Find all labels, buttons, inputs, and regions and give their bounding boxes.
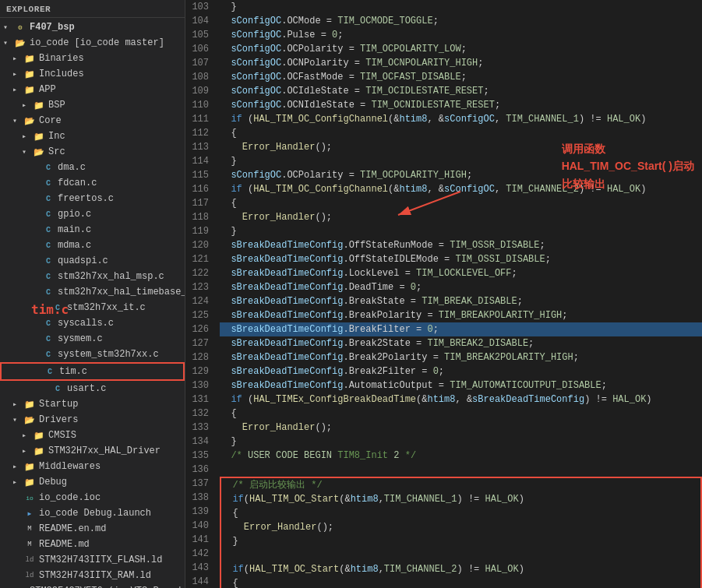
sidebar-label: stm32h7xx_it.c [67, 302, 146, 313]
c-file-icon [42, 192, 55, 205]
sidebar-item-hal-it[interactable]: stm32h7xx_it.c [0, 300, 185, 315]
code-editor: 调用函数HAL_TIM_OC_Start( )启动比较输出 1031041051… [185, 0, 702, 588]
sidebar-item-system[interactable]: system_stm32h7xx.c [0, 347, 185, 362]
c-file-icon [42, 255, 55, 267]
code-line-139: { [220, 506, 702, 520]
sidebar-item-gpio[interactable]: gpio.c [0, 206, 185, 222]
sidebar-item-main[interactable]: main.c [0, 222, 185, 238]
sidebar-label: Middlewares [39, 461, 101, 472]
sidebar-item-includes[interactable]: Includes [0, 66, 185, 82]
c-file-icon [42, 177, 55, 189]
folder-icon [23, 83, 36, 96]
sidebar-item-bsp[interactable]: BSP [0, 97, 185, 113]
code-line-136 [220, 463, 702, 477]
md-file-icon [23, 538, 36, 551]
sidebar-item-sysmem[interactable]: sysmem.c [0, 331, 185, 347]
project-root[interactable]: F407_bsp [0, 19, 185, 35]
sidebar-item-hal-driver[interactable]: STM32H7xx_HAL_Driver [0, 443, 185, 459]
folder-icon [14, 37, 26, 49]
sidebar-item-middlewares[interactable]: Middlewares [0, 459, 185, 474]
sidebar-item-inc[interactable]: Inc [0, 129, 185, 144]
explorer-title: Explorer [0, 2, 185, 18]
code-line-119: } [220, 224, 702, 238]
sidebar-item-drivers[interactable]: Drivers [0, 412, 185, 428]
sidebar-label: io_code.ioc [39, 492, 101, 503]
project-icon [14, 21, 26, 33]
sidebar-label: fdcan.c [58, 178, 97, 188]
expand-arrow [12, 415, 23, 424]
sidebar-item-syscalls[interactable]: syscalls.c [0, 315, 185, 331]
sidebar-item-app[interactable]: APP [0, 82, 185, 97]
sidebar-label: syscalls.c [58, 318, 114, 329]
proj-icon [14, 585, 26, 588]
sidebar-item-launch[interactable]: io_code Debug.launch [0, 505, 185, 521]
code-text: } sConfigOC.OCMode = TIM_OCMODE_TOGGLE; … [215, 0, 702, 588]
sidebar-item-fdcan[interactable]: fdcan.c [0, 175, 185, 191]
sidebar-item-dma[interactable]: dma.c [0, 160, 185, 175]
folder-icon [23, 476, 36, 488]
sidebar-label: io_code [io_code master] [30, 37, 164, 48]
sidebar-item-tim[interactable]: tim.c [0, 362, 185, 381]
code-line-118: Error_Handler(); [220, 210, 702, 224]
sidebar-item-flash-ld[interactable]: STM32H743IITX_FLASH.ld [0, 552, 185, 568]
sidebar-label: sysmem.c [58, 333, 103, 344]
expand-arrow [22, 431, 33, 440]
sidebar-label: README.en.md [39, 523, 106, 534]
folder-icon [33, 130, 45, 143]
sidebar-item-hal-msp[interactable]: stm32h7xx_hal_msp.c [0, 269, 185, 284]
folder-icon [23, 68, 36, 80]
code-line-132: { [220, 407, 702, 421]
sidebar-item-stm32f407[interactable]: STM32F407VET6 (in VTS_Recode) [0, 583, 185, 588]
sidebar-label: Binaries [39, 53, 84, 64]
sidebar-item-usart[interactable]: usart.c [0, 381, 185, 396]
sidebar-label: Inc [48, 131, 65, 142]
code-line-115: sConfigOC.OCPolarity = TIM_OCPOLARITY_HI… [220, 168, 702, 182]
code-line-134: } [220, 435, 702, 449]
folder-icon [33, 429, 45, 442]
sidebar-item-readme-en[interactable]: README.en.md [0, 521, 185, 537]
c-file-icon [42, 161, 55, 174]
file-explorer[interactable]: Explorer F407_bsp io_code [io_code maste… [0, 0, 185, 588]
code-line-120: sBreakDeadTimeConfig.OffStateRunMode = T… [220, 238, 702, 252]
code-line-137: /* 启动比较输出 */ [220, 477, 702, 492]
code-line-126: sBreakDeadTimeConfig.BreakFilter = 0; [220, 322, 702, 336]
c-file-icon [42, 224, 55, 236]
sidebar-label: stm32h7xx_hal_msp.c [58, 271, 164, 282]
sidebar-label: mdma.c [58, 240, 91, 251]
folder-icon [23, 398, 36, 410]
sidebar-item-binaries[interactable]: Binaries [0, 51, 185, 66]
sidebar-label: freertos.c [58, 193, 114, 204]
sidebar-item-quadspi[interactable]: quadspi.c [0, 253, 185, 269]
code-line-106: sConfigOC.OCPolarity = TIM_OCPOLARITY_LO… [220, 42, 702, 56]
sidebar-item-core[interactable]: Core [0, 113, 185, 129]
expand-arrow [12, 85, 23, 94]
sidebar-label: stm32h7xx_hal_timebase_tim.c [58, 287, 185, 298]
code-line-105: sConfigOC.Pulse = 0; [220, 28, 702, 42]
folder-icon [33, 445, 45, 457]
sidebar-item-ram-ld[interactable]: STM32H743IITX_RAM.ld [0, 568, 185, 583]
sidebar-item-freertos[interactable]: freertos.c [0, 191, 185, 206]
sidebar-item-hal-timebase[interactable]: stm32h7xx_hal_timebase_tim.c [0, 284, 185, 300]
sidebar-item-src[interactable]: Src [0, 144, 185, 160]
expand-arrow [12, 116, 23, 125]
ld-file-icon [23, 569, 36, 582]
ld-file-icon [23, 554, 36, 566]
expand-arrow [12, 54, 23, 63]
code-line-141: } [220, 534, 702, 548]
sidebar-item-startup[interactable]: Startup [0, 396, 185, 412]
sidebar-item-io_code[interactable]: io_code [io_code master] [0, 35, 185, 51]
sidebar-item-mdma[interactable]: mdma.c [0, 238, 185, 253]
sidebar-label: Src [48, 146, 65, 157]
code-line-128: sBreakDeadTimeConfig.Break2Polarity = TI… [220, 350, 702, 364]
code-line-125: sBreakDeadTimeConfig.BreakPolarity = TIM… [220, 308, 702, 322]
folder-icon [23, 114, 36, 127]
folder-icon [23, 52, 36, 65]
sidebar-label: system_stm32h7xx.c [58, 349, 159, 360]
c-file-icon [51, 301, 64, 314]
expand-arrow [3, 23, 14, 32]
sidebar-item-ioc[interactable]: io_code.ioc [0, 490, 185, 505]
sidebar-item-cmsis[interactable]: CMSIS [0, 428, 185, 443]
c-file-icon [42, 239, 55, 252]
sidebar-item-readme[interactable]: README.md [0, 537, 185, 552]
sidebar-item-debug[interactable]: Debug [0, 474, 185, 490]
